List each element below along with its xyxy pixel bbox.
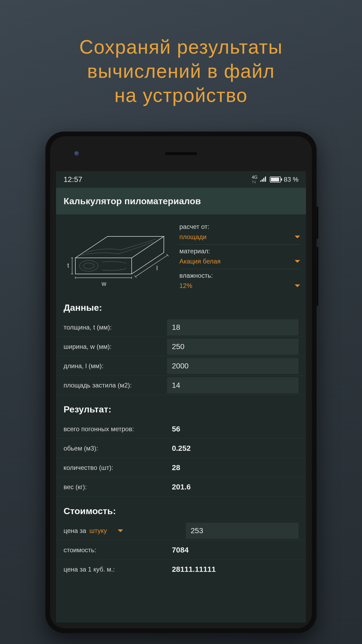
humidity-label: влажность: [179, 272, 300, 279]
chevron-down-icon [295, 260, 300, 263]
network-4g-icon: 4G↑↓ [252, 175, 257, 184]
material-value: Акация белая [179, 258, 221, 265]
price-input[interactable] [186, 523, 298, 539]
calc-from-label: расчет от: [179, 223, 300, 230]
phone-power-button [317, 207, 318, 239]
width-label: ширина, w (мм): [64, 343, 167, 350]
price-unit-value: штуку [89, 527, 107, 535]
count-value: 28 [167, 463, 298, 472]
lumber-diagram: t w l [62, 220, 175, 293]
total-cost-label: стоимость: [64, 546, 167, 554]
promo-line-1: Сохраняй результаты [0, 35, 362, 59]
status-time: 12:57 [64, 175, 82, 184]
calc-from-value: площади [179, 233, 206, 241]
svg-point-0 [79, 261, 98, 271]
diagram-l-label: l [156, 264, 158, 272]
svg-line-10 [167, 254, 169, 256]
diagram-t-label: t [67, 262, 69, 269]
volume-label: обьем (м3): [64, 445, 167, 452]
volume-value: 0.252 [167, 444, 298, 453]
app-header: Калькулятор пиломатериалов [56, 188, 306, 214]
svg-line-8 [135, 255, 168, 277]
chevron-down-icon [295, 284, 300, 287]
material-label: материал: [179, 247, 300, 255]
material-dropdown[interactable]: материал: Акация белая [179, 245, 300, 269]
per-cube-value: 28111.11111 [167, 565, 298, 574]
promo-heading: Сохраняй результаты вычислений в файл на… [0, 0, 362, 107]
battery-percent: 83 % [284, 176, 298, 183]
length-input[interactable] [167, 358, 298, 374]
cost-section-title: Стоимость: [56, 497, 306, 521]
area-input[interactable] [167, 377, 298, 393]
chevron-down-icon [118, 529, 123, 532]
linear-meters-label: всего погонных метров: [64, 425, 167, 433]
svg-line-9 [134, 276, 136, 278]
battery-icon [270, 177, 281, 182]
data-section-title: Данные: [56, 293, 306, 318]
app-screen: 12:57 4G↑↓ 83 % Калькулятор пиломатериал… [56, 171, 306, 623]
signal-icon [260, 176, 267, 183]
diagram-w-label: w [101, 280, 106, 287]
phone-frame: 12:57 4G↑↓ 83 % Калькулятор пиломатериал… [45, 131, 317, 633]
chevron-down-icon [295, 236, 300, 238]
svg-point-1 [83, 263, 94, 269]
weight-label: вес (кг): [64, 483, 167, 491]
promo-line-2: вычислений в файл [0, 59, 362, 83]
weight-value: 201.6 [167, 483, 298, 491]
app-title: Калькулятор пиломатериалов [64, 196, 201, 206]
status-bar: 12:57 4G↑↓ 83 % [56, 171, 306, 188]
humidity-dropdown[interactable]: влажность: 12% [179, 269, 300, 293]
length-label: длина, l (мм): [64, 362, 167, 370]
per-cube-label: цена за 1 куб. м.: [64, 566, 167, 573]
total-cost-value: 7084 [167, 546, 298, 554]
thickness-label: толщина, t (мм): [64, 324, 167, 331]
calc-from-dropdown[interactable]: расчет от: площади [179, 220, 300, 245]
phone-camera [74, 151, 79, 156]
count-label: количество (шт): [64, 464, 167, 471]
phone-volume-button [317, 247, 318, 306]
thickness-input[interactable] [167, 319, 298, 335]
price-unit-dropdown[interactable]: штуку [89, 527, 186, 535]
phone-speaker [165, 152, 197, 155]
humidity-value: 12% [179, 282, 192, 290]
linear-meters-value: 56 [167, 425, 298, 433]
width-input[interactable] [167, 339, 298, 355]
promo-line-3: на устройство [0, 83, 362, 107]
price-per-label: цена за [64, 527, 86, 535]
area-label: площадь застила (м2): [64, 382, 167, 389]
result-section-title: Результат: [56, 395, 306, 419]
